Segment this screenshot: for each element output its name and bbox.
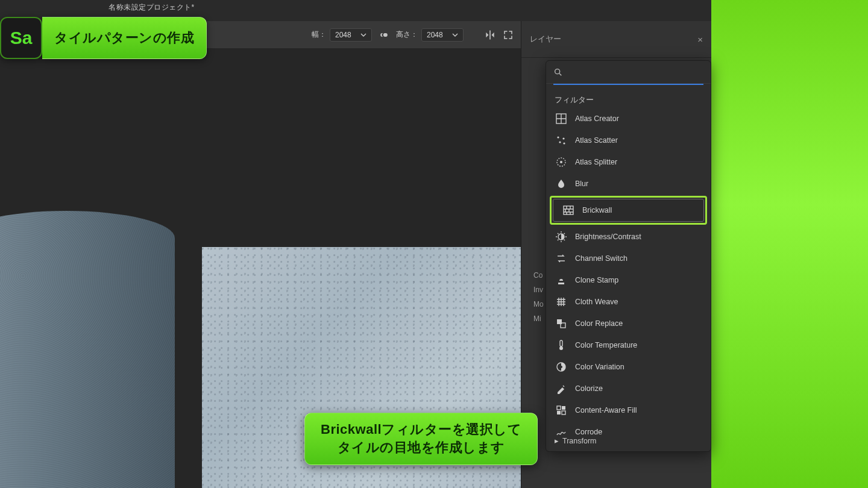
chevron-right-icon: ▸ — [555, 436, 559, 445]
svg-rect-15 — [560, 340, 562, 346]
filter-item-label: Atlas Scatter — [575, 136, 618, 145]
filter-item-atlas-splitter[interactable]: Atlas Splitter — [546, 151, 711, 173]
svg-rect-20 — [562, 406, 565, 410]
brickwall-icon — [562, 204, 575, 217]
filter-item-clone-stamp[interactable]: Clone Stamp — [546, 269, 711, 291]
svg-point-10 — [560, 161, 562, 163]
callout-top: Sa タイルパターンの作成 — [0, 17, 207, 59]
callout-top-pill: タイルパターンの作成 — [42, 17, 207, 59]
chevron-down-icon — [452, 32, 458, 38]
callout-bottom-line1: Brickwallフィルターを選択して — [321, 421, 521, 439]
filter-list: Atlas CreatorAtlas ScatterAtlas Splitter… — [546, 108, 711, 443]
filter-item-label: Brightness/Contrast — [575, 233, 641, 241]
filter-item-label: Corrode — [575, 428, 602, 436]
svg-point-18 — [560, 366, 562, 368]
atlas-scatter-icon — [555, 134, 568, 147]
page-green-strip — [711, 0, 868, 488]
filter-item-label: Clone Stamp — [575, 276, 618, 284]
width-label: 幅： — [312, 30, 326, 40]
atlas-creator-icon — [555, 112, 568, 125]
filter-item-label: Brickwall — [582, 206, 612, 214]
filter-item-channel-switch[interactable]: Channel Switch — [546, 248, 711, 269]
svg-rect-19 — [557, 406, 561, 410]
filter-item-label: Channel Switch — [575, 254, 627, 263]
svg-point-3 — [555, 69, 560, 74]
layers-label: レイヤー — [530, 34, 561, 45]
layers-panel-header: レイヤー × — [521, 21, 711, 58]
search-icon — [553, 67, 563, 77]
clone-stamp-icon — [555, 274, 568, 287]
app-badge-text: Sa — [10, 28, 33, 48]
height-label: 高さ： — [396, 30, 418, 40]
callout-bottom-line2: タイルの目地を作成します — [321, 439, 521, 457]
svg-point-16 — [559, 346, 563, 350]
app-badge: Sa — [0, 17, 42, 59]
brightness-contrast-icon — [555, 230, 568, 243]
filter-item-label: Color Replace — [575, 319, 623, 328]
filter-item-label: Color Variation — [575, 363, 624, 371]
chevron-down-icon — [360, 32, 366, 38]
filter-item-blur[interactable]: Blur — [546, 173, 711, 195]
symmetry-icon[interactable] — [484, 29, 496, 41]
filter-item-color-variation[interactable]: Color Variation — [546, 356, 711, 378]
color-temperature-icon — [555, 339, 568, 352]
cloth-weave-icon — [555, 295, 568, 308]
filter-item-atlas-scatter[interactable]: Atlas Scatter — [546, 130, 711, 151]
colorize-icon — [555, 382, 568, 395]
filter-item-brickwall[interactable]: Brickwall — [553, 199, 704, 222]
filter-item-label: Blur — [575, 180, 588, 188]
filter-item-label: Color Temperature — [575, 341, 637, 349]
svg-rect-22 — [562, 411, 565, 414]
prop-label: Inv — [533, 286, 544, 294]
filter-item-colorize[interactable]: Colorize — [546, 378, 711, 399]
channel-switch-icon — [555, 252, 568, 265]
filter-item-content-aware-fill[interactable]: Content-Aware Fill — [546, 399, 711, 421]
filter-item-cloth-weave[interactable]: Cloth Weave — [546, 291, 711, 313]
svg-point-8 — [563, 142, 565, 144]
height-value: 2048 — [427, 31, 443, 39]
filter-item-label: Content-Aware Fill — [575, 406, 637, 414]
svg-rect-21 — [557, 411, 561, 414]
filter-item-label: Colorize — [575, 384, 603, 393]
filter-item-label: Cloth Weave — [575, 298, 618, 306]
prop-label: Mo — [533, 300, 544, 308]
callout-top-text: タイルパターンの作成 — [54, 29, 194, 47]
close-icon[interactable]: × — [697, 34, 703, 45]
svg-point-6 — [562, 137, 564, 139]
content-aware-fill-icon — [555, 404, 568, 417]
filter-item-color-replace[interactable]: Color Replace — [546, 313, 711, 334]
preview-cylinder — [0, 211, 175, 488]
filter-item-label: Atlas Splitter — [575, 158, 617, 166]
svg-point-7 — [559, 141, 561, 143]
prop-label: Co — [533, 271, 544, 280]
filter-section-heading: フィルター — [546, 89, 711, 108]
transform-section-toggle[interactable]: ▸Transform — [555, 436, 597, 445]
filter-highlight-frame: Brickwall — [550, 196, 707, 225]
color-variation-icon — [555, 360, 568, 374]
filter-search-input[interactable] — [568, 67, 703, 77]
blur-icon — [555, 177, 568, 190]
svg-rect-13 — [557, 319, 562, 324]
atlas-splitter-icon — [555, 155, 568, 169]
color-replace-icon — [555, 317, 568, 330]
filter-item-brightness-contrast[interactable]: Brightness/Contrast — [546, 226, 711, 248]
callout-bottom: Brickwallフィルターを選択して タイルの目地を作成します — [304, 413, 538, 465]
filter-item-color-temperature[interactable]: Color Temperature — [546, 334, 711, 356]
search-underline — [553, 84, 703, 85]
filter-item-atlas-creator[interactable]: Atlas Creator — [546, 108, 711, 130]
filter-popup: フィルター Atlas CreatorAtlas ScatterAtlas Sp… — [546, 60, 711, 452]
fullscreen-icon[interactable] — [502, 29, 514, 41]
svg-point-5 — [557, 136, 559, 138]
link-dimensions-icon[interactable] — [378, 29, 390, 41]
prop-label: Mi — [533, 314, 544, 323]
window-title: 名称未設定プロジェクト* — [108, 2, 195, 13]
width-value: 2048 — [335, 31, 351, 39]
height-dropdown[interactable]: 2048 — [421, 28, 464, 42]
width-dropdown[interactable]: 2048 — [330, 28, 372, 42]
filter-item-label: Atlas Creator — [575, 114, 619, 123]
transform-label: Transform — [562, 437, 597, 445]
